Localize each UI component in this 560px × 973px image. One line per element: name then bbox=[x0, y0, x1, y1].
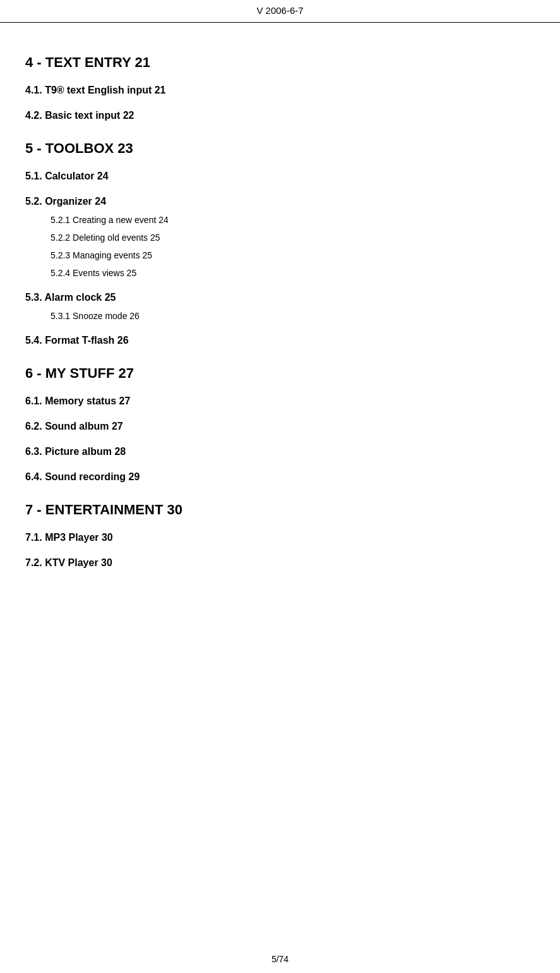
item-5-2-2: 5.2.2 Deleting old events 25 bbox=[25, 233, 535, 243]
section-4-2: 4.2. Basic text input 22 bbox=[25, 110, 535, 121]
section-5-1-heading: 5.1. Calculator 24 bbox=[25, 171, 535, 182]
section-6: 6 - MY STUFF 276.1. Memory status 276.2.… bbox=[25, 365, 535, 483]
section-6-2-heading: 6.2. Sound album 27 bbox=[25, 421, 535, 432]
section-5-2: 5.2. Organizer 245.2.1 Creating a new ev… bbox=[25, 196, 535, 278]
footer-page: 5/74 bbox=[271, 954, 289, 964]
item-5-2-1: 5.2.1 Creating a new event 24 bbox=[25, 215, 535, 225]
section-5: 5 - TOOLBOX 235.1. Calculator 245.2. Org… bbox=[25, 140, 535, 346]
section-4-1-heading: 4.1. T9® text English input 21 bbox=[25, 85, 535, 96]
content-area: 4 - TEXT ENTRY 214.1. T9® text English i… bbox=[0, 23, 560, 614]
section-7-2-heading: 7.2. KTV Player 30 bbox=[25, 557, 535, 569]
section-5-3: 5.3. Alarm clock 255.3.1 Snooze mode 26 bbox=[25, 292, 535, 321]
section-5-1: 5.1. Calculator 24 bbox=[25, 171, 535, 182]
section-7-1-heading: 7.1. MP3 Player 30 bbox=[25, 532, 535, 543]
section-4-heading: 4 - TEXT ENTRY 21 bbox=[25, 54, 535, 71]
section-7-heading: 7 - ENTERTAINMENT 30 bbox=[25, 502, 535, 518]
section-6-2: 6.2. Sound album 27 bbox=[25, 421, 535, 432]
page-header: V 2006-6-7 bbox=[0, 0, 560, 23]
section-6-3-heading: 6.3. Picture album 28 bbox=[25, 446, 535, 457]
header-title: V 2006-6-7 bbox=[256, 5, 303, 16]
section-6-1: 6.1. Memory status 27 bbox=[25, 396, 535, 407]
section-5-3-heading: 5.3. Alarm clock 25 bbox=[25, 292, 535, 303]
page-footer: 5/74 bbox=[0, 954, 560, 964]
item-5-3-1: 5.3.1 Snooze mode 26 bbox=[25, 311, 535, 321]
section-6-3: 6.3. Picture album 28 bbox=[25, 446, 535, 457]
item-5-2-3: 5.2.3 Managing events 25 bbox=[25, 250, 535, 260]
section-6-heading: 6 - MY STUFF 27 bbox=[25, 365, 535, 382]
section-4: 4 - TEXT ENTRY 214.1. T9® text English i… bbox=[25, 54, 535, 121]
section-6-4-heading: 6.4. Sound recording 29 bbox=[25, 471, 535, 483]
section-5-4-heading: 5.4. Format T-flash 26 bbox=[25, 335, 535, 346]
section-4-1: 4.1. T9® text English input 21 bbox=[25, 85, 535, 96]
section-5-2-heading: 5.2. Organizer 24 bbox=[25, 196, 535, 207]
section-7-2: 7.2. KTV Player 30 bbox=[25, 557, 535, 569]
section-7-1: 7.1. MP3 Player 30 bbox=[25, 532, 535, 543]
section-5-heading: 5 - TOOLBOX 23 bbox=[25, 140, 535, 157]
section-6-4: 6.4. Sound recording 29 bbox=[25, 471, 535, 483]
section-6-1-heading: 6.1. Memory status 27 bbox=[25, 396, 535, 407]
section-4-2-heading: 4.2. Basic text input 22 bbox=[25, 110, 535, 121]
section-5-4: 5.4. Format T-flash 26 bbox=[25, 335, 535, 346]
section-7: 7 - ENTERTAINMENT 307.1. MP3 Player 307.… bbox=[25, 502, 535, 569]
item-5-2-4: 5.2.4 Events views 25 bbox=[25, 268, 535, 278]
